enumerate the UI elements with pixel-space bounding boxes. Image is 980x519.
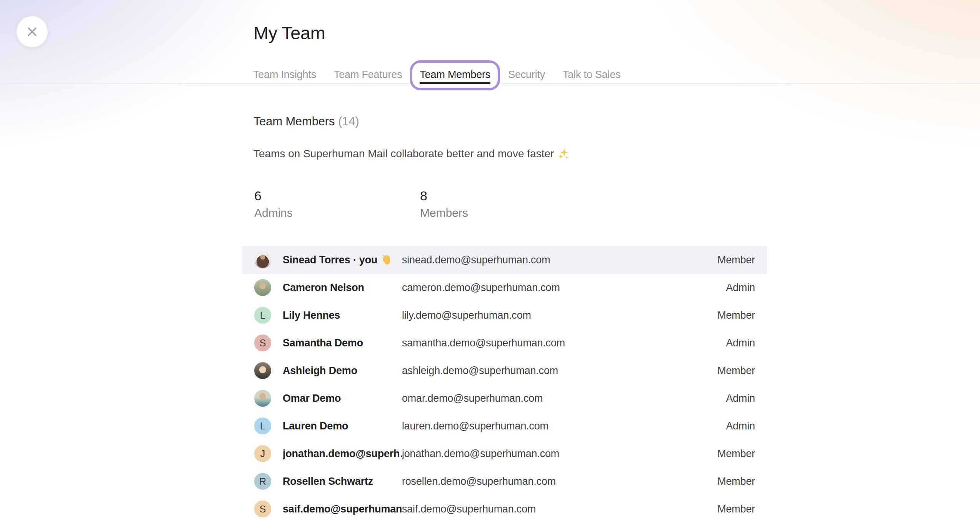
- section-heading-text: Team Members: [253, 115, 335, 128]
- member-avatar: [254, 362, 271, 379]
- member-role: Member: [717, 309, 755, 321]
- tab-team-features[interactable]: Team Features: [334, 65, 402, 84]
- member-name: Lily Hennes: [283, 309, 402, 321]
- stat-members: 8 Members: [420, 188, 468, 220]
- member-name: Lauren Demo: [283, 420, 402, 432]
- sparkles-icon: [558, 148, 570, 160]
- member-count: (14): [338, 115, 359, 128]
- stat-admins-label: Admins: [254, 206, 293, 220]
- member-name: Omar Demo: [283, 393, 402, 404]
- member-row[interactable]: L Lauren Demo lauren.demo@superhuman.com…: [242, 412, 767, 440]
- member-name-text: Cameron Nelson: [283, 282, 364, 294]
- member-name: Samantha Demo: [283, 337, 402, 349]
- member-role: Member: [717, 254, 755, 266]
- member-row[interactable]: Omar Demo omar.demo@superhuman.com Admin: [242, 384, 767, 412]
- member-role: Admin: [726, 337, 755, 349]
- tab-talk-to-sales[interactable]: Talk to Sales: [563, 65, 620, 84]
- member-avatar: L: [254, 418, 271, 434]
- member-email: saif.demo@superhuman.com: [402, 503, 717, 515]
- member-name: Sinead Torres · you: [283, 254, 402, 266]
- stat-members-label: Members: [420, 206, 468, 220]
- section-heading: Team Members(14): [253, 115, 359, 128]
- close-button[interactable]: [17, 16, 48, 47]
- member-avatar: S: [254, 501, 271, 517]
- member-role: Member: [717, 476, 755, 487]
- member-email: cameron.demo@superhuman.com: [402, 282, 726, 294]
- tab-label: Team Features: [334, 69, 402, 80]
- stat-admins-value: 6: [254, 188, 293, 203]
- member-row[interactable]: Cameron Nelson cameron.demo@superhuman.c…: [242, 274, 767, 301]
- member-email: jonathan.demo@superhuman.com: [402, 448, 717, 460]
- member-email: sinead.demo@superhuman.com: [402, 254, 717, 266]
- tab-team-members[interactable]: Team Members: [420, 65, 490, 84]
- member-name-text: Lauren Demo: [283, 420, 348, 432]
- member-row[interactable]: R Rosellen Schwartz rosellen.demo@superh…: [242, 467, 767, 495]
- tab-bar: Team Insights Team Features Team Members…: [253, 65, 621, 84]
- member-name-text: Samantha Demo: [283, 337, 363, 349]
- member-name-text: jonathan.demo@superh…: [283, 448, 402, 460]
- settings-page: My Team Team Insights Team Features Team…: [0, 0, 980, 519]
- member-name: Cameron Nelson: [283, 282, 402, 294]
- member-email: omar.demo@superhuman.com: [402, 393, 726, 404]
- section-subtitle-text: Teams on Superhuman Mail collaborate bet…: [253, 148, 554, 160]
- member-avatar: L: [254, 307, 271, 324]
- member-email: lily.demo@superhuman.com: [402, 309, 717, 321]
- member-avatar: [254, 279, 271, 296]
- member-avatar: R: [254, 473, 271, 490]
- tab-label: Team Insights: [253, 69, 316, 80]
- stat-admins: 6 Admins: [254, 188, 293, 220]
- member-row[interactable]: S Samantha Demo samantha.demo@superhuman…: [242, 329, 767, 357]
- member-name-text: Sinead Torres · you: [283, 254, 377, 266]
- member-list: Sinead Torres · you: [242, 246, 767, 519]
- member-email: ashleigh.demo@superhuman.com: [402, 365, 717, 377]
- member-name: saif.demo@superhuman…: [283, 503, 402, 515]
- member-name-text: Ashleigh Demo: [283, 365, 357, 377]
- member-name-text: Omar Demo: [283, 393, 341, 404]
- member-name: Rosellen Schwartz: [283, 476, 402, 487]
- member-name-text: Lily Hennes: [283, 309, 340, 321]
- member-name: jonathan.demo@superh…: [283, 448, 402, 460]
- stat-members-value: 8: [420, 188, 468, 203]
- page-title: My Team: [253, 22, 325, 44]
- member-role: Member: [717, 448, 755, 460]
- member-role: Admin: [726, 282, 755, 294]
- section-subtitle: Teams on Superhuman Mail collaborate bet…: [253, 148, 570, 160]
- tab-label: Security: [508, 69, 545, 80]
- member-avatar: J: [254, 445, 271, 462]
- member-email: samantha.demo@superhuman.com: [402, 337, 726, 349]
- member-row[interactable]: Sinead Torres · you: [242, 246, 767, 274]
- member-name: Ashleigh Demo: [283, 365, 402, 377]
- member-row[interactable]: L Lily Hennes lily.demo@superhuman.com M…: [242, 301, 767, 329]
- member-role: Admin: [726, 420, 755, 432]
- member-name-text: Rosellen Schwartz: [283, 476, 373, 487]
- member-row[interactable]: Ashleigh Demo ashleigh.demo@superhuman.c…: [242, 357, 767, 384]
- member-avatar: S: [254, 334, 271, 351]
- tab-label: Team Members: [420, 65, 490, 84]
- member-avatar: [254, 390, 271, 407]
- member-row[interactable]: J jonathan.demo@superh… jonathan.demo@su…: [242, 440, 767, 467]
- tab-label: Talk to Sales: [563, 69, 620, 80]
- member-email: rosellen.demo@superhuman.com: [402, 476, 717, 487]
- tab-security[interactable]: Security: [508, 65, 545, 84]
- member-email: lauren.demo@superhuman.com: [402, 420, 726, 432]
- member-role: Member: [717, 365, 755, 377]
- close-icon: [23, 23, 41, 40]
- member-row[interactable]: S saif.demo@superhuman… saif.demo@superh…: [242, 495, 767, 519]
- member-name-text: saif.demo@superhuman…: [283, 503, 402, 515]
- wave-emoji-icon: [381, 254, 392, 266]
- member-role: Member: [717, 503, 755, 515]
- member-avatar: [254, 251, 271, 268]
- member-role: Admin: [726, 393, 755, 404]
- tab-team-insights[interactable]: Team Insights: [253, 65, 316, 84]
